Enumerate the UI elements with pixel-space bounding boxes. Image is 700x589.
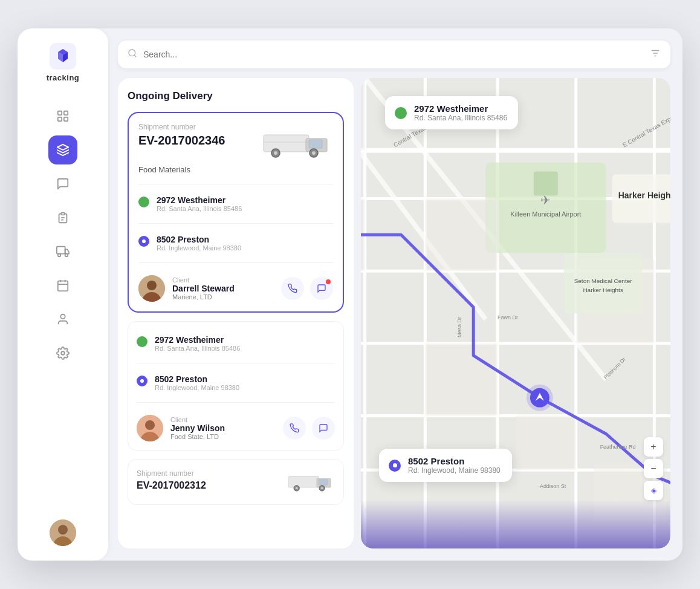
call-button[interactable]	[281, 277, 304, 300]
sidebar-item-tracking[interactable]	[48, 135, 77, 164]
svg-text:Harker Heights: Harker Heights	[618, 190, 670, 200]
from-location: 2972 Westheimer Rd. Santa Ana, Illinois …	[138, 190, 333, 217]
svg-point-19	[129, 50, 135, 56]
truck-icon	[56, 245, 70, 258]
zoom-in-button[interactable]: +	[644, 437, 663, 457]
to-location-address: Rd. Inglewood, Maine 98380	[157, 244, 241, 252]
logo-icon	[50, 43, 76, 70]
svg-rect-24	[264, 135, 309, 152]
app-logo: tracking	[47, 43, 80, 82]
from-location-name: 2972 Westheimer	[157, 195, 242, 205]
sidebar-item-messages[interactable]	[48, 169, 77, 198]
client-section: Client Darrell Steward Mariene, LTD	[138, 269, 333, 302]
sidebar-item-calendar[interactable]	[48, 271, 77, 300]
client-company: Mariene, LTD	[172, 293, 235, 301]
calendar-icon	[56, 279, 70, 292]
origin-dot-2	[137, 336, 147, 347]
svg-point-9	[58, 254, 61, 257]
content-area: Ongoing Delivery Shipment number EV-2017…	[118, 78, 670, 548]
message-button-2[interactable]	[312, 417, 335, 440]
message-button[interactable]	[310, 277, 333, 300]
svg-point-15	[60, 314, 65, 319]
client-name: Darrell Steward	[172, 284, 235, 293]
svg-rect-4	[64, 117, 68, 121]
svg-rect-66	[516, 416, 576, 470]
svg-rect-38	[319, 480, 328, 485]
sidebar: tracking	[18, 28, 108, 561]
tag-icon	[56, 143, 70, 157]
svg-rect-5	[61, 213, 65, 215]
svg-rect-3	[58, 117, 62, 121]
user-avatar[interactable]	[50, 519, 76, 546]
to-location-2: 8502 Preston Rd. Inglewood, Maine 98380	[137, 369, 335, 396]
tooltip-from-dot	[395, 107, 407, 119]
search-input[interactable]	[143, 50, 644, 59]
tooltip-from-name: 2972 Westheimer	[414, 103, 507, 114]
svg-rect-2	[64, 111, 68, 115]
client-label: Client	[172, 276, 235, 284]
settings-icon	[56, 347, 70, 360]
divider2	[138, 223, 333, 224]
third-card-header: Shipment number EV-2017002312	[137, 468, 335, 492]
client-company-2: Food State, LTD	[170, 433, 225, 440]
client-avatar	[138, 275, 165, 302]
call-button-2[interactable]	[283, 417, 306, 440]
svg-point-18	[58, 525, 68, 535]
tooltip-to-name: 8502 Preston	[408, 456, 501, 466]
main-content: Ongoing Delivery Shipment number EV-2017…	[108, 28, 682, 561]
secondary-delivery-card[interactable]: 2972 Westheimer Rd. Santa Ana, Illinois …	[128, 321, 344, 451]
svg-point-28	[274, 151, 277, 155]
divider3	[138, 262, 333, 263]
shipment-label-3: Shipment number	[137, 469, 206, 478]
client-actions	[281, 277, 333, 300]
svg-point-35	[145, 420, 155, 430]
destination-dot	[138, 236, 149, 247]
svg-text:Fawn Dr: Fawn Dr	[497, 314, 518, 321]
client-section-2: Client Jenny Wilson Food State, LTD	[137, 409, 335, 441]
to-location-name: 8502 Preston	[157, 235, 241, 244]
locate-button[interactable]: ◈	[644, 481, 663, 500]
divider	[138, 184, 333, 184]
svg-text:Addison St: Addison St	[540, 483, 566, 489]
svg-text:✈: ✈	[540, 194, 551, 207]
shipment-label: Shipment number	[138, 123, 225, 131]
map-bottom-gradient	[361, 500, 670, 548]
clipboard-icon	[56, 211, 70, 224]
card-header: Shipment number EV-2017002346	[138, 123, 333, 159]
svg-rect-36	[288, 476, 319, 487]
svg-rect-58	[534, 172, 558, 196]
svg-text:Harker Heights: Harker Heights	[583, 287, 623, 293]
sidebar-item-profile[interactable]	[48, 305, 77, 334]
client-name-2: Jenny Wilson	[170, 423, 225, 433]
svg-point-40	[296, 487, 298, 489]
shipment-number-3: EV-2017002312	[137, 480, 206, 491]
tooltip-to-dot	[389, 460, 401, 472]
from-name-2: 2972 Westheimer	[155, 335, 240, 345]
third-delivery-card[interactable]: Shipment number EV-2017002312	[128, 459, 344, 505]
svg-point-42	[321, 487, 323, 489]
active-delivery-card[interactable]: Shipment number EV-2017002346	[128, 112, 344, 313]
sidebar-item-reports[interactable]	[48, 203, 77, 232]
svg-point-16	[61, 351, 65, 355]
tooltip-to-address: Rd. Inglewood, Maine 98380	[408, 466, 501, 475]
map-tooltip-to: 8502 Preston Rd. Inglewood, Maine 98380	[379, 449, 512, 482]
svg-rect-8	[57, 247, 65, 254]
to-address-2: Rd. Inglewood, Maine 98380	[155, 384, 239, 391]
sidebar-item-settings[interactable]	[48, 339, 77, 368]
client-actions-2	[283, 417, 335, 440]
app-title: tracking	[47, 73, 80, 82]
tooltip-from-address: Rd. Santa Ana, Illinois 85486	[414, 114, 507, 122]
map-controls: + − ◈	[644, 437, 663, 500]
section-title: Ongoing Delivery	[128, 90, 344, 102]
truck-illustration-3	[287, 468, 335, 492]
from-address-2: Rd. Santa Ana, Illinois 85486	[155, 345, 240, 352]
user-icon	[56, 313, 70, 326]
zoom-out-button[interactable]: −	[644, 459, 663, 478]
filter-icon[interactable]	[650, 48, 661, 61]
dest-dot-2	[137, 376, 147, 386]
search-icon	[128, 48, 137, 60]
sidebar-item-delivery[interactable]	[48, 237, 77, 266]
map-area: ✈ Killeen Municipal Airport Seton Medica…	[361, 78, 670, 548]
sidebar-item-dashboard[interactable]	[48, 102, 77, 131]
layout-icon	[56, 109, 70, 123]
